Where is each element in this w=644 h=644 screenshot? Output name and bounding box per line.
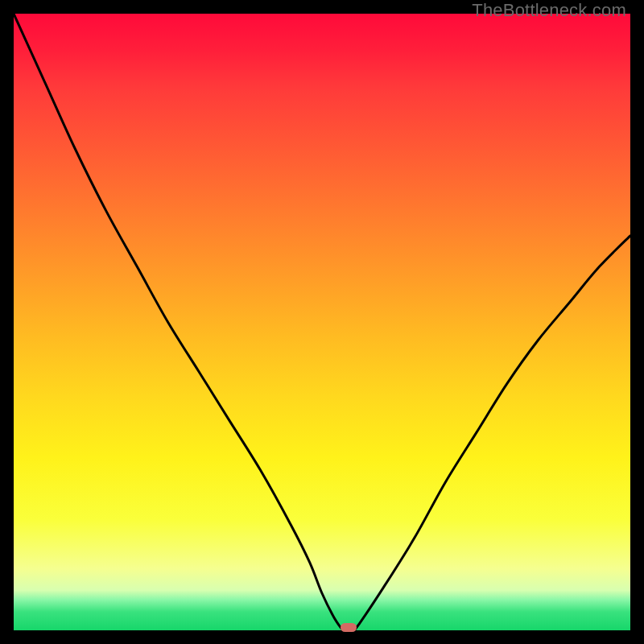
gradient-plot-area [14,14,630,630]
chart-frame: TheBottleneck.com [0,0,644,644]
optimum-marker [341,623,357,632]
watermark-text: TheBottleneck.com [472,0,626,21]
